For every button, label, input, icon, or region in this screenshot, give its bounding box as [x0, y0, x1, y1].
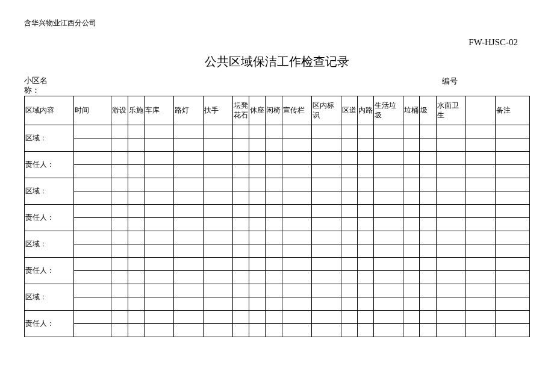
- cell: [420, 284, 436, 297]
- page-title: 公共区域保洁工作检查记录: [24, 54, 530, 70]
- col-area-content: 区域内容: [25, 96, 74, 125]
- cell: [420, 191, 436, 205]
- cell: [357, 125, 373, 138]
- cell: [357, 218, 373, 231]
- cell: [249, 271, 266, 284]
- cell: [173, 218, 203, 231]
- cell: [203, 244, 232, 258]
- org-name: 含华兴物业江西分公司: [24, 18, 530, 28]
- cell: [128, 125, 144, 138]
- cell: [357, 231, 373, 244]
- cell: [282, 178, 311, 191]
- cell: [203, 218, 232, 231]
- cell: [465, 125, 495, 138]
- cell: [173, 152, 203, 165]
- cell: [311, 311, 341, 324]
- cell: [495, 324, 529, 337]
- cell: [144, 231, 173, 244]
- cell: [341, 205, 357, 218]
- cell: [128, 152, 144, 165]
- cell: [341, 258, 357, 271]
- community-label: 小区名称：: [24, 76, 60, 95]
- cell: [173, 324, 203, 337]
- cell: [282, 324, 311, 337]
- cell: [111, 258, 128, 271]
- table-body: 区域：责任人：区域：责任人：区域：责任人：区域：责任人：: [25, 125, 530, 337]
- cell: [341, 125, 357, 138]
- cell: [203, 258, 232, 271]
- cell: [420, 165, 436, 178]
- cell: [311, 271, 341, 284]
- cell: [374, 138, 403, 152]
- cell: [465, 152, 495, 165]
- cell: [73, 218, 111, 231]
- cell: [173, 244, 203, 258]
- cell: [73, 258, 111, 271]
- cell: [357, 178, 373, 191]
- cell: [266, 311, 282, 324]
- cell: [249, 125, 266, 138]
- cell: [403, 297, 420, 311]
- cell: [374, 311, 403, 324]
- cell: [465, 165, 495, 178]
- cell: [111, 311, 128, 324]
- cell: [403, 191, 420, 205]
- cell: [403, 324, 420, 337]
- cell: [266, 284, 282, 297]
- cell: [436, 165, 465, 178]
- cell: [232, 258, 249, 271]
- cell: [420, 258, 436, 271]
- cell: [495, 297, 529, 311]
- cell: [111, 152, 128, 165]
- cell: [311, 324, 341, 337]
- cell: [436, 138, 465, 152]
- cell: [420, 125, 436, 138]
- cell: [173, 231, 203, 244]
- col-tandenghuashi: 坛凳花石: [232, 96, 249, 125]
- col-garage: 车库: [144, 96, 173, 125]
- cell: [436, 125, 465, 138]
- cell: [465, 297, 495, 311]
- cell: [436, 205, 465, 218]
- cell: [111, 271, 128, 284]
- cell: [282, 152, 311, 165]
- cell: [465, 138, 495, 152]
- cell: [436, 297, 465, 311]
- cell: [203, 271, 232, 284]
- cell: [173, 284, 203, 297]
- cell: [73, 297, 111, 311]
- cell: [249, 311, 266, 324]
- cell: [311, 284, 341, 297]
- col-remark: 备注: [495, 96, 529, 125]
- cell: [495, 284, 529, 297]
- cell: [111, 284, 128, 297]
- cell: [357, 258, 373, 271]
- cell: [341, 218, 357, 231]
- cell: [465, 231, 495, 244]
- cell: [403, 258, 420, 271]
- cell: [436, 178, 465, 191]
- cell: [249, 258, 266, 271]
- cell: [128, 138, 144, 152]
- cell: [232, 178, 249, 191]
- cell: [341, 152, 357, 165]
- cell: [111, 297, 128, 311]
- cell: [266, 218, 282, 231]
- cell: [341, 165, 357, 178]
- cell: [173, 125, 203, 138]
- col-qudao: 区道: [341, 96, 357, 125]
- cell: [203, 311, 232, 324]
- cell: [420, 231, 436, 244]
- cell: [144, 271, 173, 284]
- cell: [73, 125, 111, 138]
- cell: [357, 324, 373, 337]
- cell: [436, 284, 465, 297]
- cell: [341, 311, 357, 324]
- col-xiuzuo: 休座: [249, 96, 266, 125]
- cell: [128, 218, 144, 231]
- cell: [144, 125, 173, 138]
- cell: [374, 152, 403, 165]
- col-leshi: 乐施: [128, 96, 144, 125]
- cell: [357, 191, 373, 205]
- cell: [357, 165, 373, 178]
